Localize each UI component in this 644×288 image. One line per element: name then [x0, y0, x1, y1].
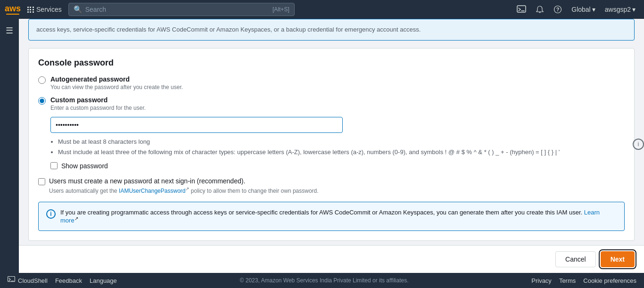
- footer-right: Privacy Terms Cookie preferences: [531, 277, 636, 284]
- chevron-down-icon-user: ▾: [632, 6, 636, 13]
- content-area: access keys, service-specific credential…: [19, 19, 644, 273]
- search-shortcut: [Alt+S]: [272, 6, 289, 13]
- custom-sub: Enter a custom password for the user.: [50, 105, 560, 111]
- ext-icon-bottom: ↗: [74, 216, 78, 221]
- cancel-button[interactable]: Cancel: [555, 251, 596, 267]
- search-bar[interactable]: 🔍 [Alt+S]: [68, 3, 295, 16]
- page-content: access keys, service-specific credential…: [19, 19, 644, 245]
- svg-rect-0: [517, 6, 526, 12]
- sidebar: ☰: [0, 19, 19, 273]
- user-label: awsgsp2: [605, 6, 631, 13]
- autogenerated-option-text: Autogenerated password You can view the …: [50, 75, 183, 91]
- aws-logo-text: aws: [5, 4, 21, 13]
- footer-language[interactable]: Language: [90, 277, 117, 284]
- navbar: aws Services 🔍 [Alt+S]: [0, 0, 644, 19]
- custom-option-text: Custom password Enter a custom password …: [50, 96, 560, 170]
- password-input-container: [50, 117, 560, 133]
- users-reset-label[interactable]: Users must create a new password at next…: [49, 177, 245, 185]
- grid-icon: [27, 7, 34, 13]
- password-field[interactable]: [50, 117, 343, 133]
- password-rule-2: Must include at least three of the follo…: [58, 148, 560, 156]
- footer-left: CloudShell: [8, 276, 48, 285]
- next-button[interactable]: Next: [601, 251, 635, 267]
- footer: CloudShell Feedback Language © 2023, Ama…: [0, 273, 644, 288]
- global-selector[interactable]: Global ▾: [568, 4, 599, 15]
- help-icon-btn[interactable]: ?: [550, 3, 566, 16]
- navbar-right: ? Global ▾ awsgsp2 ▾: [513, 3, 639, 16]
- services-label: Services: [36, 6, 62, 13]
- notifications-icon-btn[interactable]: [532, 3, 548, 16]
- user-menu[interactable]: awsgsp2 ▾: [601, 4, 639, 15]
- cloudshell-icon-btn[interactable]: [513, 3, 530, 16]
- footer-copyright: © 2023, Amazon Web Services India Privat…: [117, 277, 531, 284]
- section-title: Console password: [38, 58, 625, 68]
- password-rule-1: Must be at least 8 characters long: [58, 138, 560, 146]
- autogenerated-sub: You can view the password after you crea…: [50, 84, 183, 91]
- cookie-preferences-link[interactable]: Cookie preferences: [583, 277, 636, 284]
- bottom-info-pre: If you are creating programmatic access …: [60, 209, 584, 216]
- aws-logo[interactable]: aws: [5, 3, 21, 16]
- autogenerated-option: Autogenerated password You can view the …: [38, 75, 625, 91]
- users-reset-sub-pre: Users automatically get the: [49, 188, 119, 194]
- custom-label[interactable]: Custom password: [50, 96, 107, 104]
- users-reset-row: Users must create a new password at next…: [38, 177, 625, 194]
- top-info-box: access keys, service-specific credential…: [28, 19, 635, 41]
- users-reset-sub-post: policy to allow them to change their own…: [189, 188, 318, 194]
- top-info-text: access keys, service-specific credential…: [36, 26, 421, 33]
- navbar-left: aws Services 🔍 [Alt+S]: [5, 3, 193, 16]
- services-button[interactable]: Services: [25, 4, 65, 15]
- users-reset-checkbox[interactable]: [38, 178, 45, 185]
- chevron-down-icon: ▾: [592, 6, 595, 13]
- users-reset-sub: Users automatically get the IAMUserChang…: [49, 186, 319, 194]
- password-type-radio-group: Autogenerated password You can view the …: [38, 75, 625, 170]
- info-icon: i: [46, 209, 56, 219]
- search-icon: 🔍: [74, 5, 83, 14]
- sidebar-toggle[interactable]: ☰: [3, 23, 16, 39]
- search-input[interactable]: [85, 6, 270, 13]
- privacy-link[interactable]: Privacy: [531, 277, 552, 284]
- show-password-row: Show password: [50, 162, 560, 170]
- terms-link[interactable]: Terms: [559, 277, 576, 284]
- password-rules: Must be at least 8 characters long Must …: [50, 138, 560, 156]
- footer-feedback[interactable]: Feedback: [55, 277, 82, 284]
- autogenerated-radio[interactable]: [38, 76, 46, 84]
- copyright-text: © 2023, Amazon Web Services India Privat…: [240, 277, 409, 284]
- bottom-info-box: i If you are creating programmatic acces…: [38, 202, 625, 231]
- right-info-icon[interactable]: i: [633, 139, 644, 150]
- console-password-section: Console password Autogenerated password …: [28, 48, 635, 241]
- cloudshell-footer-label[interactable]: CloudShell: [18, 277, 48, 284]
- show-password-checkbox[interactable]: [50, 162, 58, 169]
- show-password-label[interactable]: Show password: [61, 162, 108, 170]
- bottom-info-text: If you are creating programmatic access …: [60, 209, 617, 224]
- global-label: Global: [571, 6, 590, 13]
- svg-text:?: ?: [556, 7, 560, 12]
- action-bar: Cancel Next: [19, 245, 644, 273]
- iam-policy-link[interactable]: IAMUserChangePassword: [119, 188, 185, 194]
- cloudshell-footer-icon[interactable]: [8, 276, 15, 285]
- users-reset-text-block: Users must create a new password at next…: [49, 177, 319, 194]
- aws-logo-underline: [6, 14, 19, 15]
- main-wrapper: ☰ access keys, service-specific credenti…: [0, 19, 644, 273]
- custom-password-option: Custom password Enter a custom password …: [38, 96, 625, 170]
- autogenerated-label[interactable]: Autogenerated password: [50, 75, 130, 83]
- custom-radio[interactable]: [38, 97, 46, 105]
